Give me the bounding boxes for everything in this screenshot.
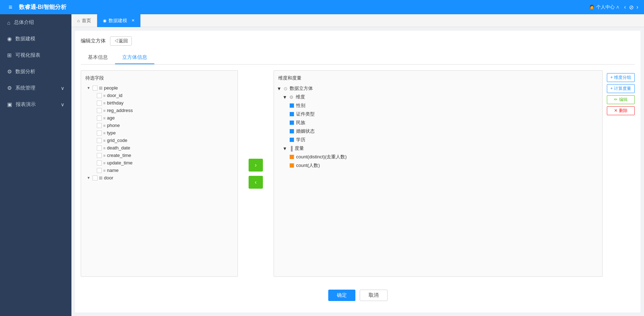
checkbox-death_date[interactable] xyxy=(97,146,102,151)
sidebar-item-data-model[interactable]: ◉ 数据建模 xyxy=(0,31,71,47)
user-menu[interactable]: 🙍 个人中心 ∧ xyxy=(589,4,620,10)
dim-item-count[interactable]: count(人数) xyxy=(274,161,602,170)
sidebar-label-system-mgmt: 系统管理 xyxy=(15,85,35,91)
sidebar-item-visual-report[interactable]: ⊞ 可视化报表 xyxy=(0,47,71,63)
dim-tree-cube[interactable]: ▼ ⊙ 数据立方体 xyxy=(274,84,602,93)
tab-home[interactable]: ⌂ 首页 xyxy=(71,14,97,27)
content-area: 编辑立方体 ◁返回 基本信息 立方体信息 待选字段 ▼ ⊞ p xyxy=(75,31,640,312)
checkbox-phone[interactable] xyxy=(97,123,102,128)
dim-item-marital-status[interactable]: 婚姻状态 xyxy=(274,127,602,136)
checkbox-create_time[interactable] xyxy=(97,153,102,158)
orange-square-count-distinct xyxy=(290,155,294,159)
header-right: 🙍 个人中心 ∧ ‹ ⊘ › xyxy=(589,4,638,11)
checkbox-birthday[interactable] xyxy=(97,101,102,106)
move-right-button[interactable]: › xyxy=(249,159,263,172)
sub-tabs: 基本信息 立方体信息 xyxy=(81,51,635,65)
tree-item-door[interactable]: ▼ ⊞ door xyxy=(81,174,238,182)
tab-cube-info[interactable]: 立方体信息 xyxy=(115,51,154,64)
checkbox-people[interactable] xyxy=(93,86,98,91)
checkbox-age[interactable] xyxy=(97,116,102,121)
arrow-buttons: › ‹ xyxy=(238,70,274,277)
tree-item-grid_code[interactable]: ≡ grid_code xyxy=(81,137,238,144)
sidebar-item-system-mgmt[interactable]: ⚙ 系统管理 ∨ xyxy=(0,80,71,96)
dim-item-education[interactable]: 学历 xyxy=(274,136,602,144)
blue-square-marital xyxy=(290,129,294,133)
page-header: 编辑立方体 ◁返回 xyxy=(81,36,635,46)
dim-item-count-distinct[interactable]: count(distinct)(去重人数) xyxy=(274,153,602,161)
sidebar-item-data-analysis[interactable]: ⚙ 数据分析 xyxy=(0,63,71,80)
tab-home-label: 首页 xyxy=(82,17,91,24)
sidebar-item-overview[interactable]: ⌂ 总体介绍 xyxy=(0,14,71,31)
dim-tree-measure[interactable]: ▼ ▐ 度量 xyxy=(274,144,602,153)
sidebar-label-overview: 总体介绍 xyxy=(14,19,34,26)
tab-data-model[interactable]: ◉ 数据建模 ✕ xyxy=(97,14,141,27)
measure-expand-icon: ▼ xyxy=(283,146,287,151)
visual-report-icon: ⊞ xyxy=(7,52,12,58)
home-icon: ⌂ xyxy=(7,20,10,26)
tree-item-create_time[interactable]: ≡ create_time xyxy=(81,152,238,159)
chevron-down-icon: ∨ xyxy=(61,85,64,91)
tree-item-death_date[interactable]: ≡ death_date xyxy=(81,144,238,152)
field-panel-title: 待选字段 xyxy=(81,73,238,84)
blue-square-education xyxy=(290,138,294,142)
dimension-expand-icon: ▼ xyxy=(283,95,287,100)
dim-item-ethnicity[interactable]: 民族 xyxy=(274,118,602,127)
top-header: ≡ 数睿通-BI智能分析 🙍 个人中心 ∧ ‹ ⊘ › xyxy=(0,0,644,14)
nav-back-icon[interactable]: ‹ xyxy=(624,4,626,10)
tree-item-phone[interactable]: ≡ phone xyxy=(81,122,238,129)
tree-item-age[interactable]: ≡ age xyxy=(81,114,238,122)
dimension-panel-title: 维度和度量 xyxy=(274,73,602,84)
home-tab-icon: ⌂ xyxy=(77,18,80,23)
dim-item-gender[interactable]: 性别 xyxy=(274,101,602,110)
tab-close-icon[interactable]: ✕ xyxy=(131,18,135,23)
checkbox-update_time[interactable] xyxy=(97,160,102,165)
blue-square-gender xyxy=(290,103,294,108)
tab-bar: ⌂ 首页 ◉ 数据建模 ✕ xyxy=(71,14,644,27)
move-left-button[interactable]: ‹ xyxy=(249,176,263,189)
checkbox-reg_address[interactable] xyxy=(97,108,102,113)
edit-button[interactable]: ✏ 编辑 xyxy=(607,95,635,104)
checkbox-grid_code[interactable] xyxy=(97,138,102,143)
tree-item-door_id[interactable]: ≡ door_id xyxy=(81,92,238,99)
tree-label-name: name xyxy=(107,168,119,173)
back-button[interactable]: ◁返回 xyxy=(110,36,132,46)
field-icon-type: ≡ xyxy=(103,131,105,135)
menu-toggle-button[interactable]: ≡ xyxy=(6,4,15,11)
add-calc-measure-button[interactable]: + 计算度量 xyxy=(607,84,635,93)
tree-item-type[interactable]: ≡ type xyxy=(81,129,238,137)
delete-button[interactable]: ✕ 删除 xyxy=(607,106,635,115)
tree-label-door_id: door_id xyxy=(107,93,122,98)
tree-item-update_time[interactable]: ≡ update_time xyxy=(81,159,238,167)
sidebar-item-report-demo[interactable]: ▣ 报表演示 ∨ xyxy=(0,96,71,113)
field-icon-death_date: ≡ xyxy=(103,146,105,150)
add-dimension-group-button[interactable]: + 维度分组 xyxy=(607,73,635,82)
checkbox-type[interactable] xyxy=(97,131,102,136)
checkbox-door[interactable] xyxy=(93,175,98,180)
page-title: 编辑立方体 xyxy=(81,38,106,44)
sidebar-label-data-model: 数据建模 xyxy=(15,36,35,42)
cancel-button[interactable]: 取消 xyxy=(360,290,388,301)
checkbox-door_id[interactable] xyxy=(97,93,102,98)
dim-tree-dimension[interactable]: ▼ ⚙ 维度 xyxy=(274,93,602,101)
data-analysis-icon: ⚙ xyxy=(7,68,12,75)
dimension-panel: 维度和度量 ▼ ⊙ 数据立方体 ▼ ⚙ 维度 xyxy=(274,70,603,277)
dim-item-id-type[interactable]: 证件类型 xyxy=(274,110,602,118)
chevron-down-report-icon: ∨ xyxy=(61,102,64,107)
tree-expand-people[interactable]: ▼ xyxy=(87,86,91,90)
tree-item-name[interactable]: ≡ name xyxy=(81,167,238,174)
tab-basic-info[interactable]: 基本信息 xyxy=(81,51,115,64)
orange-square-count xyxy=(290,163,294,168)
dim-label-dimension: 维度 xyxy=(296,94,305,100)
tree-item-birthday[interactable]: ≡ birthday xyxy=(81,99,238,107)
tree-expand-door[interactable]: ▼ xyxy=(87,176,91,180)
dim-label-gender: 性别 xyxy=(296,102,305,109)
nav-forward-icon[interactable]: › xyxy=(636,4,638,10)
checkbox-name[interactable] xyxy=(97,168,102,173)
tree-label-death_date: death_date xyxy=(107,145,130,151)
dim-label-count-distinct: count(distinct)(去重人数) xyxy=(296,154,347,160)
tree-item-reg_address[interactable]: ≡ reg_address xyxy=(81,107,238,114)
report-demo-icon: ▣ xyxy=(7,101,12,108)
data-model-tab-icon: ◉ xyxy=(103,18,106,23)
tree-item-people[interactable]: ▼ ⊞ people xyxy=(81,84,238,92)
confirm-button[interactable]: 确定 xyxy=(328,290,355,301)
